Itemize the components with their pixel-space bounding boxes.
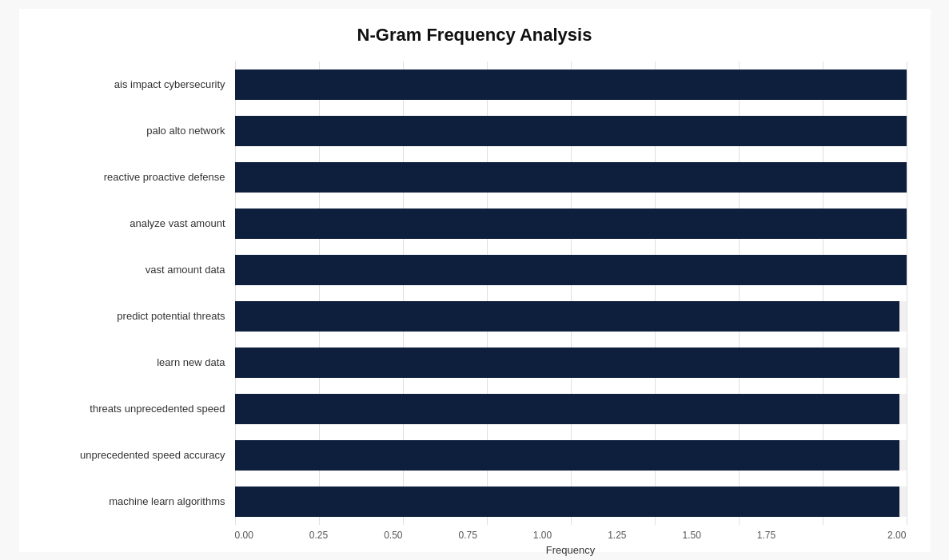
x-tick: 1.75	[757, 530, 831, 541]
bar-label: machine learn algorithms	[43, 495, 235, 507]
bar-fill	[235, 394, 900, 424]
bar-track	[235, 348, 907, 378]
bar-label: palo alto network	[43, 125, 235, 137]
bar-label: ais impact cybersecurity	[43, 78, 235, 90]
x-tick: 0.25	[309, 530, 384, 541]
bar-label: learn new data	[43, 356, 235, 368]
bar-track	[235, 116, 907, 146]
bar-track	[235, 487, 907, 517]
x-tick: 1.50	[682, 530, 756, 541]
bar-label: analyze vast amount	[43, 217, 235, 229]
bar-track	[235, 394, 907, 424]
bar-track	[235, 162, 907, 193]
bar-fill	[235, 348, 900, 378]
bar-row: predict potential threats	[43, 293, 907, 340]
bar-label: vast amount data	[43, 264, 235, 276]
bar-track	[235, 301, 907, 332]
bar-fill	[235, 70, 907, 100]
bar-track	[235, 209, 907, 239]
bar-row: palo alto network	[43, 108, 907, 154]
bar-label: threats unprecedented speed	[43, 403, 235, 415]
chart-title: N-Gram Frequency Analysis	[43, 25, 907, 46]
bar-row: ais impact cybersecurity	[43, 62, 907, 108]
bar-label: unprecedented speed accuracy	[43, 449, 235, 461]
bar-fill	[235, 301, 900, 332]
x-tick: 0.75	[458, 530, 532, 541]
bar-label: reactive proactive defense	[43, 171, 235, 183]
bar-track	[235, 255, 907, 285]
bar-fill	[235, 116, 907, 146]
bar-row: learn new data	[43, 340, 907, 386]
x-tick: 2.00	[831, 530, 906, 541]
x-tick: 1.25	[608, 530, 682, 541]
bar-row: analyze vast amount	[43, 201, 907, 247]
bar-fill	[235, 440, 900, 471]
bar-track	[235, 70, 907, 100]
bar-row: vast amount data	[43, 247, 907, 293]
x-tick: 1.00	[533, 530, 608, 541]
bar-row: reactive proactive defense	[43, 154, 907, 201]
bar-label: predict potential threats	[43, 310, 235, 322]
x-tick: 0.00	[235, 530, 309, 541]
bar-row: machine learn algorithms	[43, 479, 907, 525]
bar-fill	[235, 487, 900, 517]
bar-fill	[235, 209, 907, 239]
bar-fill	[235, 255, 907, 285]
x-tick: 0.50	[384, 530, 458, 541]
bar-row: unprecedented speed accuracy	[43, 432, 907, 479]
chart-container: N-Gram Frequency Analysis ais impact cyb…	[19, 9, 931, 552]
x-axis-label: Frequency	[235, 544, 907, 556]
x-axis: 0.000.250.500.751.001.251.501.752.00	[235, 530, 907, 541]
bar-track	[235, 440, 907, 471]
chart-area: ais impact cybersecuritypalo alto networ…	[43, 62, 907, 525]
bar-fill	[235, 162, 907, 193]
bar-row: threats unprecedented speed	[43, 386, 907, 432]
grid-line	[907, 62, 907, 525]
